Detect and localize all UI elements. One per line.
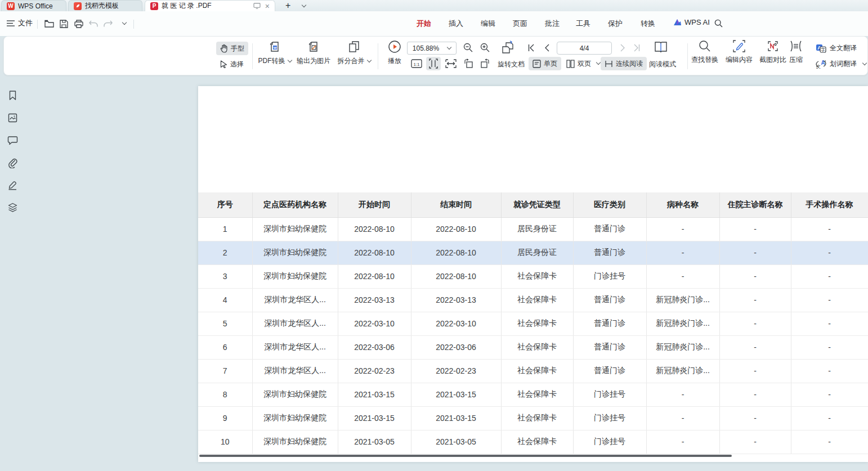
double-page-button[interactable]: 双页 xyxy=(562,57,604,70)
save-icon[interactable] xyxy=(58,18,69,29)
chevron-down-icon xyxy=(596,60,601,65)
wps-ai-button[interactable]: WPS AI xyxy=(673,18,710,26)
table-cell: 深圳市龙华区人... xyxy=(252,288,338,312)
zoom-level-select[interactable]: 105.88% xyxy=(407,42,457,55)
first-page-icon[interactable] xyxy=(527,44,536,53)
tab-docer-template[interactable]: 找稻壳模板 xyxy=(68,0,142,11)
menu-edit[interactable]: 编辑 xyxy=(481,19,495,29)
split-merge-button[interactable]: 拆分合并 xyxy=(330,40,378,66)
svg-text:文: 文 xyxy=(816,64,821,69)
table-cell: 新冠肺炎门诊... xyxy=(646,312,719,335)
table-cell: - xyxy=(791,383,868,406)
attachment-icon[interactable] xyxy=(7,158,18,168)
redo-icon[interactable] xyxy=(102,18,114,29)
play-button[interactable]: 播放 xyxy=(379,40,410,66)
horizontal-scrollbar[interactable] xyxy=(199,455,732,457)
svg-text:W: W xyxy=(274,46,277,50)
wps-ai-label: WPS AI xyxy=(684,18,710,26)
single-page-label: 单页 xyxy=(544,59,557,69)
table-cell: 2022-08-10 xyxy=(411,241,501,264)
new-tab-button[interactable]: + xyxy=(283,0,293,11)
rotate-doc-label[interactable]: 旋转文档 xyxy=(498,60,525,69)
pdf-convert-label: PDF转换 xyxy=(258,56,285,66)
select-tool-button[interactable]: 选择 xyxy=(216,57,248,71)
table-row: 9深圳市妇幼保健院2021-03-152021-03-15社会保障卡门诊挂号--… xyxy=(198,406,868,430)
fit-width-icon[interactable] xyxy=(444,57,458,70)
table-row: 10深圳市妇幼保健院2021-03-052021-03-05社会保障卡门诊挂号-… xyxy=(198,430,868,454)
menu-home[interactable]: 开始 xyxy=(417,19,431,29)
thumbnail-icon[interactable] xyxy=(7,113,18,123)
zoom-out-icon[interactable] xyxy=(463,43,472,52)
edit-content-icon xyxy=(733,40,745,52)
tab-wps-office[interactable]: W WPS Office xyxy=(1,0,66,11)
rotate-pages-icon[interactable] xyxy=(500,41,516,55)
compress-button[interactable]: 压缩 xyxy=(779,40,813,65)
table-cell: - xyxy=(791,241,868,264)
layers-icon[interactable] xyxy=(7,202,18,213)
zoom-in-icon[interactable] xyxy=(480,43,489,52)
rotate-right-icon[interactable] xyxy=(478,57,493,70)
table-cell: - xyxy=(791,288,868,312)
tab-list-chevron-icon[interactable] xyxy=(297,0,308,11)
column-header: 医疗类别 xyxy=(573,192,646,217)
annotate-pen-icon[interactable] xyxy=(7,180,18,190)
table-cell: 普通门诊 xyxy=(573,241,646,264)
table-cell: 2021-03-05 xyxy=(411,430,501,454)
table-cell: 1 xyxy=(198,217,252,241)
menu-insert[interactable]: 插入 xyxy=(449,19,463,29)
table-cell: 2022-08-10 xyxy=(411,217,501,241)
cursor-icon xyxy=(220,60,227,68)
table-cell: 新冠肺炎门诊... xyxy=(646,335,719,359)
undo-icon[interactable] xyxy=(88,18,99,29)
medical-records-table: 序号定点医药机构名称开始时间结束时间就诊凭证类型医疗类别病种名称住院主诊断名称手… xyxy=(198,192,868,454)
comment-icon[interactable] xyxy=(7,135,18,146)
previous-page-icon[interactable] xyxy=(543,44,552,53)
read-mode-label[interactable]: 阅读模式 xyxy=(649,60,676,69)
export-image-label: 输出为图片 xyxy=(297,56,330,66)
menu-protect[interactable]: 保护 xyxy=(608,19,623,29)
table-header-row: 序号定点医药机构名称开始时间结束时间就诊凭证类型医疗类别病种名称住院主诊断名称手… xyxy=(198,192,868,217)
table-cell: 2021-03-15 xyxy=(411,383,501,406)
bookmark-icon[interactable] xyxy=(7,90,18,101)
hand-tool-button[interactable]: 手型 xyxy=(216,42,248,55)
menu-page[interactable]: 页面 xyxy=(513,19,527,29)
find-replace-icon xyxy=(699,40,711,52)
table-cell: 2022-03-06 xyxy=(411,335,501,359)
table-cell: - xyxy=(791,430,868,454)
table-cell: 深圳市妇幼保健院 xyxy=(252,430,338,454)
table-cell: 2021-03-15 xyxy=(338,383,411,406)
table-row: 7深圳市龙华区人...2022-02-232022-02-23社会保障卡普通门诊… xyxy=(198,359,868,383)
search-menu-icon[interactable] xyxy=(713,17,724,29)
next-page-icon[interactable] xyxy=(619,44,628,53)
screen-share-icon[interactable] xyxy=(253,3,261,9)
file-menu-button[interactable]: 文件 xyxy=(7,18,33,28)
pdf-page: 序号定点医药机构名称开始时间结束时间就诊凭证类型医疗类别病种名称住院主诊断名称手… xyxy=(198,86,868,462)
read-mode-icon[interactable] xyxy=(654,41,669,55)
table-row: 3深圳市妇幼保健院2022-08-102022-08-10社会保障卡门诊挂号--… xyxy=(198,264,868,288)
table-cell: - xyxy=(719,288,791,312)
fit-page-icon[interactable] xyxy=(426,57,441,70)
quick-access-chevron-icon[interactable] xyxy=(117,18,128,29)
menu-tools[interactable]: 工具 xyxy=(576,19,590,29)
tab-document-pdf[interactable]: P 就 医 记 录 .PDF × xyxy=(145,0,275,11)
hamburger-icon xyxy=(7,20,15,26)
table-cell: 2022-08-10 xyxy=(411,264,501,288)
single-page-button[interactable]: 单页 xyxy=(529,57,561,70)
find-replace-label: 查找替换 xyxy=(691,55,718,65)
page-number-input[interactable] xyxy=(557,42,612,55)
open-file-icon[interactable] xyxy=(43,18,55,29)
table-cell: 新冠肺炎门诊... xyxy=(646,288,719,312)
print-icon[interactable] xyxy=(73,18,84,29)
continuous-read-button[interactable]: 连续阅读 xyxy=(601,57,647,70)
menu-convert[interactable]: 转换 xyxy=(641,19,655,29)
last-page-icon[interactable] xyxy=(633,44,642,53)
play-label: 播放 xyxy=(388,56,401,66)
word-translate-button[interactable]: A文 划词翻译 xyxy=(816,59,866,69)
rotate-left-icon[interactable] xyxy=(461,57,476,70)
close-tab-icon[interactable]: × xyxy=(265,2,270,10)
actual-size-icon[interactable]: 1:1 xyxy=(409,57,424,70)
table-cell: 2022-08-10 xyxy=(338,241,411,264)
menu-comment[interactable]: 批注 xyxy=(545,19,560,29)
full-translate-button[interactable]: A字 全文翻译 xyxy=(816,43,857,53)
export-image-icon xyxy=(307,40,320,53)
